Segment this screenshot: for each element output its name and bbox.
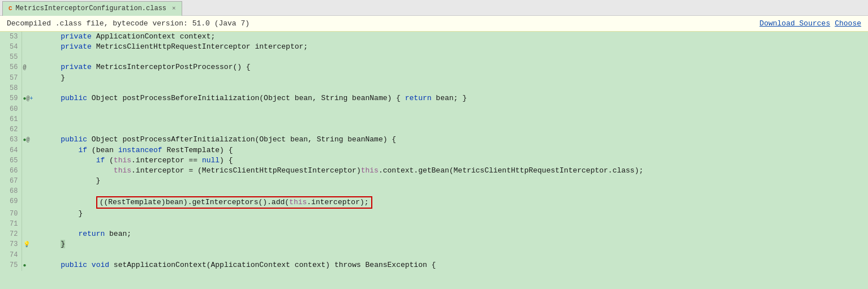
gutter-cell <box>22 124 38 135</box>
line-number: 69 <box>0 196 22 209</box>
bulb-icon[interactable]: 💡 <box>23 241 30 248</box>
code-cell <box>38 114 868 124</box>
gutter-cell: ● <box>22 260 38 271</box>
line-number: 56 <box>0 62 22 73</box>
gutter-cell: ●@+ <box>22 93 38 104</box>
line-number: 64 <box>0 145 22 156</box>
line-number: 73 <box>0 239 22 250</box>
code-cell <box>38 83 868 93</box>
line-number: 62 <box>0 124 22 135</box>
download-sources-link[interactable]: Download Sources <box>759 19 830 28</box>
code-cell: } <box>38 209 868 219</box>
annotation-icon2[interactable]: @ <box>27 137 30 143</box>
tab-bar: C MetricsInterceptorConfiguration.class … <box>0 0 868 16</box>
line-number: 54 <box>0 42 22 52</box>
info-bar-actions: Download Sources Choose <box>759 19 861 28</box>
expand-icon[interactable]: + <box>30 96 33 102</box>
line-number: 63 <box>0 135 22 145</box>
gutter-cell: 💡 <box>22 239 38 250</box>
code-cell <box>38 186 868 196</box>
line-number: 57 <box>0 73 22 83</box>
code-cell <box>38 250 868 260</box>
file-type-icon: C <box>8 5 12 12</box>
gutter-cell <box>22 156 38 166</box>
code-cell: } <box>38 73 868 83</box>
gutter-cell <box>22 32 38 42</box>
highlighted-code: ((RestTemplate)bean).getInterceptors().a… <box>96 196 372 209</box>
line-number: 72 <box>0 229 22 239</box>
annotation-icon[interactable]: @ <box>23 64 27 71</box>
tab-label: MetricsInterceptorConfiguration.class <box>16 5 166 12</box>
code-cell: private MetricsClientHttpRequestIntercep… <box>38 42 868 52</box>
line-number: 53 <box>0 32 22 42</box>
impl-icon[interactable]: ● <box>23 262 27 269</box>
code-cell: public Object postProcessBeforeInitializ… <box>38 93 868 104</box>
gutter-cell <box>22 186 38 196</box>
line-number: 65 <box>0 156 22 166</box>
gutter-cell <box>22 52 38 62</box>
line-number: 75 <box>0 260 22 271</box>
gutter-cell <box>22 209 38 219</box>
gutter-cell <box>22 145 38 156</box>
line-number: 55 <box>0 52 22 62</box>
close-tab-button[interactable]: × <box>172 5 176 12</box>
code-cell <box>38 52 868 62</box>
decompile-info-text: Decompiled .class file, bytecode version… <box>7 19 250 28</box>
code-cell <box>38 219 868 229</box>
choose-link[interactable]: Choose <box>835 19 861 28</box>
code-cell: if (this.interceptor == null) { <box>38 156 868 166</box>
code-cell: private MetricsInterceptorPostProcessor(… <box>38 62 868 73</box>
line-number: 66 <box>0 166 22 176</box>
gutter-cell <box>22 229 38 239</box>
code-cell: return bean; <box>38 229 868 239</box>
gutter-cell <box>22 219 38 229</box>
line-number: 60 <box>0 104 22 114</box>
gutter-cell <box>22 176 38 186</box>
line-number: 67 <box>0 176 22 186</box>
line-number: 59 <box>0 93 22 104</box>
code-cell: private ApplicationContext context; <box>38 32 868 42</box>
gutter-cell <box>22 250 38 260</box>
gutter-cell: @ <box>22 62 38 73</box>
gutter-cell <box>22 42 38 52</box>
line-number: 61 <box>0 114 22 124</box>
line-number: 74 <box>0 250 22 260</box>
code-cell: public Object postProcessAfterInitializa… <box>38 135 868 145</box>
line-number: 71 <box>0 219 22 229</box>
file-tab[interactable]: C MetricsInterceptorConfiguration.class … <box>2 1 182 16</box>
gutter-cell: ●@ <box>22 135 38 145</box>
code-cell: public void setApplicationContext(Applic… <box>38 260 868 271</box>
code-cell: } <box>38 176 868 186</box>
code-cell: if (bean instanceof RestTemplate) { <box>38 145 868 156</box>
gutter-cell <box>22 166 38 176</box>
code-cell: } <box>38 239 868 250</box>
code-editor: 53 private ApplicationContext context;54… <box>0 32 868 289</box>
gutter-cell <box>22 73 38 83</box>
gutter-cell <box>22 196 38 209</box>
code-cell: ((RestTemplate)bean).getInterceptors().a… <box>38 196 868 209</box>
code-cell <box>38 104 868 114</box>
code-cell: this.interceptor = (MetricsClientHttpReq… <box>38 166 868 176</box>
gutter-cell <box>22 114 38 124</box>
gutter-cell <box>22 104 38 114</box>
line-number: 70 <box>0 209 22 219</box>
code-table: 53 private ApplicationContext context;54… <box>0 32 868 271</box>
gutter-cell <box>22 83 38 93</box>
code-cell <box>38 124 868 135</box>
line-number: 68 <box>0 186 22 196</box>
line-number: 58 <box>0 83 22 93</box>
info-bar: Decompiled .class file, bytecode version… <box>0 16 868 32</box>
